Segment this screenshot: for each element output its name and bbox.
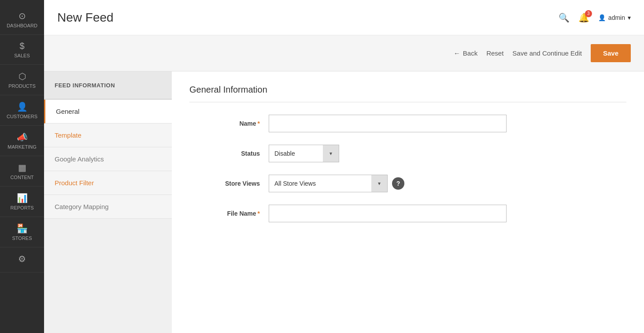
sidebar-item-system[interactable]: ⚙: [0, 247, 44, 273]
store-views-label: Store Views: [189, 180, 269, 187]
name-label: Name*: [189, 120, 269, 127]
status-field-row: Status Disable Enable ▾: [189, 145, 626, 162]
store-views-select-wrapper: All Store Views Default Store View ▾ ?: [269, 175, 404, 192]
sidebar-item-label: SALES: [14, 53, 30, 58]
sidebar: ⊙ DASHBOARD $ SALES ⬡ PRODUCTS 👤 CUSTOME…: [0, 0, 44, 333]
back-label: Back: [463, 49, 477, 57]
nav-item-google-analytics-label: Google Analytics: [55, 155, 104, 163]
sidebar-item-label: REPORTS: [11, 205, 34, 210]
reset-label: Reset: [486, 49, 503, 57]
sidebar-item-reports[interactable]: 📊 REPORTS: [0, 187, 44, 217]
admin-label: admin: [608, 14, 625, 21]
nav-item-category-mapping[interactable]: Category Mapping: [44, 195, 172, 219]
content-icon: ▦: [18, 162, 26, 173]
sidebar-item-stores[interactable]: 🏪 STORES: [0, 217, 44, 247]
sidebar-item-label: STORES: [12, 236, 32, 241]
section-divider: [189, 102, 626, 102]
name-required-star: *: [258, 120, 260, 127]
file-name-field-row: File Name*: [189, 205, 626, 222]
name-field-row: Name*: [189, 115, 626, 132]
form-area: General Information Name* Status Disable…: [172, 71, 644, 333]
back-button[interactable]: ← Back: [454, 49, 477, 57]
store-views-help-icon[interactable]: ?: [392, 177, 404, 190]
action-bar: ← Back Reset Save and Continue Edit Save: [44, 35, 644, 71]
sales-icon: $: [19, 41, 24, 51]
status-label: Status: [189, 150, 269, 157]
back-arrow-icon: ←: [454, 49, 460, 57]
header-actions: 🔍 🔔 3 👤 admin ▾: [559, 12, 631, 23]
nav-item-template-label: Template: [55, 131, 81, 139]
left-nav: FEED INFORMATION General Template Google…: [44, 71, 172, 333]
search-icon: 🔍: [559, 13, 570, 22]
nav-item-google-analytics[interactable]: Google Analytics: [44, 147, 172, 171]
content-area: FEED INFORMATION General Template Google…: [44, 71, 644, 333]
store-views-select[interactable]: All Store Views Default Store View: [269, 175, 387, 192]
store-views-field-row: Store Views All Store Views Default Stor…: [189, 175, 626, 192]
file-name-input[interactable]: [269, 205, 507, 222]
sidebar-item-label: CONTENT: [10, 175, 33, 180]
feed-info-title: FEED INFORMATION: [55, 82, 115, 89]
products-icon: ⬡: [19, 71, 26, 82]
page-title: New Feed: [57, 11, 114, 25]
store-select-inner: All Store Views Default Store View ▾: [269, 175, 388, 192]
marketing-icon: 📣: [17, 132, 28, 142]
system-icon: ⚙: [18, 254, 26, 264]
sidebar-item-content[interactable]: ▦ CONTENT: [0, 156, 44, 187]
sidebar-item-sales[interactable]: $ SALES: [0, 35, 44, 65]
sidebar-item-products[interactable]: ⬡ PRODUCTS: [0, 65, 44, 95]
chevron-down-icon: ▾: [628, 14, 631, 21]
nav-item-product-filter-label: Product Filter: [55, 179, 94, 187]
save-continue-button[interactable]: Save and Continue Edit: [512, 49, 582, 57]
reports-icon: 📊: [17, 193, 28, 203]
file-name-required-star: *: [258, 210, 260, 217]
nav-item-general[interactable]: General: [44, 100, 172, 123]
sidebar-item-customers[interactable]: 👤 CUSTOMERS: [0, 95, 44, 126]
admin-avatar-icon: 👤: [598, 14, 606, 21]
dashboard-icon: ⊙: [19, 11, 26, 21]
name-input[interactable]: [269, 115, 507, 132]
reset-button[interactable]: Reset: [486, 49, 503, 57]
status-select-wrapper: Disable Enable ▾: [269, 145, 339, 162]
main-content: New Feed 🔍 🔔 3 👤 admin ▾ ← Back Reset: [44, 0, 644, 333]
sidebar-item-label: MARKETING: [7, 144, 36, 150]
status-select[interactable]: Disable Enable: [269, 145, 339, 162]
file-name-label: File Name*: [189, 210, 269, 217]
save-button[interactable]: Save: [591, 44, 631, 62]
nav-item-product-filter[interactable]: Product Filter: [44, 171, 172, 195]
notification-button[interactable]: 🔔 3: [578, 12, 589, 23]
save-continue-label: Save and Continue Edit: [512, 49, 582, 57]
stores-icon: 🏪: [17, 223, 28, 234]
section-title: General Information: [189, 85, 626, 95]
notification-badge: 3: [585, 10, 592, 17]
sidebar-item-label: CUSTOMERS: [7, 114, 37, 119]
top-header: New Feed 🔍 🔔 3 👤 admin ▾: [44, 0, 644, 35]
customers-icon: 👤: [17, 101, 28, 112]
nav-item-category-mapping-label: Category Mapping: [55, 203, 109, 210]
feed-info-header: FEED INFORMATION: [44, 71, 172, 100]
nav-item-general-label: General: [56, 108, 79, 115]
sidebar-item-label: DASHBOARD: [7, 23, 37, 28]
search-button[interactable]: 🔍: [559, 12, 570, 23]
sidebar-item-dashboard[interactable]: ⊙ DASHBOARD: [0, 4, 44, 35]
sidebar-item-marketing[interactable]: 📣 MARKETING: [0, 126, 44, 156]
admin-menu-button[interactable]: 👤 admin ▾: [598, 14, 631, 21]
nav-item-template[interactable]: Template: [44, 123, 172, 147]
sidebar-item-label: PRODUCTS: [8, 83, 36, 89]
